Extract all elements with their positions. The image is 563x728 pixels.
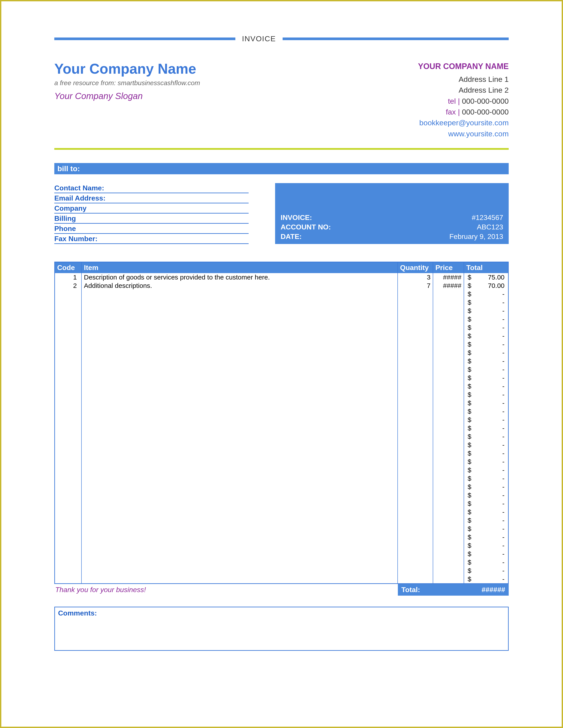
cell-quantity: 7 <box>398 281 433 290</box>
cell-code <box>55 458 81 466</box>
cell-code <box>55 307 81 315</box>
cell-price <box>433 533 464 541</box>
cell-quantity <box>398 416 433 424</box>
table-row: $- <box>55 323 508 332</box>
table-row: $- <box>55 349 508 357</box>
cell-code <box>55 550 81 558</box>
company-name: Your Company Name <box>54 61 200 77</box>
cell-price <box>433 374 464 382</box>
cell-price <box>433 416 464 424</box>
cell-quantity <box>398 424 433 432</box>
cell-total: $- <box>464 567 508 575</box>
cell-total: $- <box>464 516 508 525</box>
cell-quantity <box>398 399 433 407</box>
amount-value: - <box>502 567 505 574</box>
cell-quantity <box>398 290 433 298</box>
cell-quantity <box>398 558 433 567</box>
table-row: $- <box>55 374 508 382</box>
cell-quantity <box>398 298 433 307</box>
table-row: $- <box>55 525 508 533</box>
email-link[interactable]: bookkeeper@yoursite.com <box>418 117 509 128</box>
comments-box[interactable]: Comments: <box>54 607 509 651</box>
cell-price <box>433 441 464 449</box>
cell-price: ##### <box>433 281 464 290</box>
cell-code <box>55 399 81 407</box>
cell-price <box>433 466 464 474</box>
contact-field-row[interactable]: Phone <box>54 224 248 234</box>
currency-symbol: $ <box>468 466 471 474</box>
cell-quantity <box>398 516 433 525</box>
cell-item <box>81 307 398 315</box>
date-label: DATE: <box>280 233 302 241</box>
cell-quantity <box>398 365 433 374</box>
table-row: $- <box>55 541 508 550</box>
document-title: INVOICE <box>240 34 278 43</box>
fax-line: fax | 000-000-0000 <box>418 107 509 117</box>
currency-symbol: $ <box>468 550 471 558</box>
table-row: $- <box>55 390 508 399</box>
cell-item <box>81 332 398 340</box>
cell-price <box>433 508 464 516</box>
cell-quantity <box>398 567 433 575</box>
table-row: $- <box>55 432 508 441</box>
contact-field-label: Fax Number: <box>54 235 98 243</box>
cell-price <box>433 474 464 483</box>
contact-field-row[interactable]: Email Address: <box>54 193 248 203</box>
amount-value: - <box>502 433 505 440</box>
currency-symbol: $ <box>468 349 471 356</box>
website-link[interactable]: www.yoursite.com <box>418 128 509 139</box>
table-row: $- <box>55 458 508 466</box>
cell-total: $- <box>464 290 508 298</box>
contact-field-row[interactable]: Contact Name: <box>54 183 248 193</box>
table-row: $- <box>55 483 508 491</box>
currency-symbol: $ <box>468 299 471 306</box>
contact-field-row[interactable]: Billing <box>54 214 248 224</box>
amount-value: - <box>502 550 505 558</box>
currency-symbol: $ <box>468 324 471 331</box>
cell-total: $- <box>464 399 508 407</box>
cell-item <box>81 550 398 558</box>
cell-item <box>81 323 398 332</box>
currency-symbol: $ <box>468 290 471 298</box>
table-row: 2Additional descriptions.7#####$70.00 <box>55 281 508 290</box>
table-row: $- <box>55 550 508 558</box>
cell-quantity <box>398 407 433 416</box>
cell-quantity <box>398 357 433 365</box>
amount-value: - <box>502 307 505 315</box>
contact-field-row[interactable]: Company <box>54 203 248 214</box>
amount-value: - <box>502 542 505 549</box>
cell-total: $- <box>464 307 508 315</box>
currency-symbol: $ <box>468 366 471 373</box>
contact-field-label: Billing <box>54 214 76 222</box>
cell-total: $- <box>464 416 508 424</box>
cell-code <box>55 499 81 508</box>
col-price: Price <box>433 262 464 273</box>
currency-symbol: $ <box>468 492 471 499</box>
cell-total: $- <box>464 424 508 432</box>
cell-code <box>55 525 81 533</box>
cell-code <box>55 441 81 449</box>
items-table: Code Item Quantity Price Total 1Descript… <box>55 262 508 583</box>
cell-item <box>81 558 398 567</box>
cell-price <box>433 399 464 407</box>
cell-item <box>81 441 398 449</box>
cell-total: $- <box>464 558 508 567</box>
amount-value: - <box>502 366 505 373</box>
cell-code <box>55 340 81 349</box>
invoice-info-box: INVOICE:#1234567 ACCOUNT NO:ABC123 DATE:… <box>275 183 509 244</box>
col-code: Code <box>55 262 81 273</box>
table-row: $- <box>55 340 508 349</box>
table-row: $- <box>55 449 508 458</box>
amount-value: - <box>502 290 505 298</box>
contact-field-row[interactable]: Fax Number: <box>54 234 248 244</box>
date-value: February 9, 2013 <box>449 233 503 241</box>
table-row: $- <box>55 382 508 390</box>
tel-label: tel | <box>448 97 460 105</box>
cell-code <box>55 332 81 340</box>
cell-price <box>433 432 464 441</box>
company-left: Your Company Name a free resource from: … <box>54 61 200 139</box>
cell-code <box>55 432 81 441</box>
cell-quantity <box>398 382 433 390</box>
cell-quantity <box>398 307 433 315</box>
table-row: $- <box>55 416 508 424</box>
